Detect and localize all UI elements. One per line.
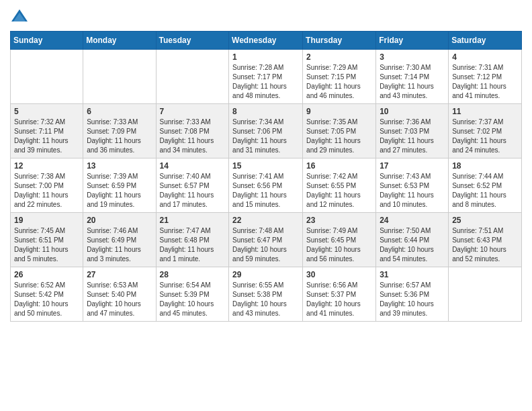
calendar-cell: 5Sunrise: 7:32 AM Sunset: 7:11 PM Daylig… [11, 104, 83, 158]
day-info: Sunrise: 7:34 AM Sunset: 7:06 PM Dayligh… [232, 118, 299, 155]
day-number: 15 [232, 161, 299, 171]
calendar-cell: 17Sunrise: 7:43 AM Sunset: 6:53 PM Dayli… [376, 158, 449, 213]
day-info: Sunrise: 7:47 AM Sunset: 6:48 PM Dayligh… [160, 226, 226, 264]
calendar-table: SundayMondayTuesdayWednesdayThursdayFrid… [10, 31, 522, 322]
calendar-cell: 6Sunrise: 7:33 AM Sunset: 7:09 PM Daylig… [83, 104, 156, 158]
day-info: Sunrise: 7:29 AM Sunset: 7:15 PM Dayligh… [306, 63, 372, 101]
weekday-header-sunday: Sunday [11, 32, 83, 50]
weekday-header-saturday: Saturday [449, 32, 522, 50]
day-info: Sunrise: 7:31 AM Sunset: 7:12 PM Dayligh… [452, 63, 518, 101]
day-number: 7 [160, 107, 226, 116]
calendar-week-row: 5Sunrise: 7:32 AM Sunset: 7:11 PM Daylig… [11, 104, 522, 158]
day-number: 4 [452, 52, 518, 62]
calendar-week-row: 19Sunrise: 7:45 AM Sunset: 6:51 PM Dayli… [11, 213, 522, 267]
day-number: 25 [452, 216, 518, 225]
calendar-cell [11, 50, 83, 104]
calendar-cell: 15Sunrise: 7:41 AM Sunset: 6:56 PM Dayli… [229, 158, 303, 213]
calendar-cell [449, 267, 522, 322]
calendar-week-row: 1Sunrise: 7:28 AM Sunset: 7:17 PM Daylig… [11, 50, 522, 104]
calendar-cell: 1Sunrise: 7:28 AM Sunset: 7:17 PM Daylig… [229, 50, 303, 104]
calendar-cell: 7Sunrise: 7:33 AM Sunset: 7:08 PM Daylig… [156, 104, 229, 158]
day-info: Sunrise: 7:35 AM Sunset: 7:05 PM Dayligh… [306, 118, 372, 155]
day-number: 17 [380, 161, 445, 171]
calendar-week-row: 12Sunrise: 7:38 AM Sunset: 7:00 PM Dayli… [11, 158, 522, 213]
weekday-header-wednesday: Wednesday [229, 32, 303, 50]
day-info: Sunrise: 7:28 AM Sunset: 7:17 PM Dayligh… [232, 63, 299, 101]
day-number: 3 [380, 52, 445, 62]
calendar-cell: 16Sunrise: 7:42 AM Sunset: 6:55 PM Dayli… [303, 158, 376, 213]
day-number: 19 [14, 216, 79, 225]
day-number: 8 [232, 107, 299, 116]
calendar-cell: 4Sunrise: 7:31 AM Sunset: 7:12 PM Daylig… [449, 50, 522, 104]
day-info: Sunrise: 6:52 AM Sunset: 5:42 PM Dayligh… [14, 281, 79, 318]
day-info: Sunrise: 7:44 AM Sunset: 6:52 PM Dayligh… [452, 172, 518, 210]
calendar-cell: 21Sunrise: 7:47 AM Sunset: 6:48 PM Dayli… [156, 213, 229, 267]
day-info: Sunrise: 7:33 AM Sunset: 7:09 PM Dayligh… [87, 118, 152, 155]
logo [10, 7, 32, 26]
calendar-cell: 31Sunrise: 6:57 AM Sunset: 5:36 PM Dayli… [376, 267, 449, 322]
day-info: Sunrise: 7:46 AM Sunset: 6:49 PM Dayligh… [87, 226, 152, 264]
weekday-header-friday: Friday [376, 32, 449, 50]
calendar-cell: 30Sunrise: 6:56 AM Sunset: 5:37 PM Dayli… [303, 267, 376, 322]
calendar-cell: 14Sunrise: 7:40 AM Sunset: 6:57 PM Dayli… [156, 158, 229, 213]
day-number: 27 [87, 270, 152, 279]
calendar-cell: 19Sunrise: 7:45 AM Sunset: 6:51 PM Dayli… [11, 213, 83, 267]
day-info: Sunrise: 7:41 AM Sunset: 6:56 PM Dayligh… [232, 172, 299, 210]
calendar-cell: 27Sunrise: 6:53 AM Sunset: 5:40 PM Dayli… [83, 267, 156, 322]
day-number: 26 [14, 270, 79, 279]
day-info: Sunrise: 7:38 AM Sunset: 7:00 PM Dayligh… [14, 172, 79, 210]
day-number: 24 [380, 216, 445, 225]
day-number: 20 [87, 216, 152, 225]
calendar-week-row: 26Sunrise: 6:52 AM Sunset: 5:42 PM Dayli… [11, 267, 522, 322]
day-number: 6 [87, 107, 152, 116]
day-info: Sunrise: 7:40 AM Sunset: 6:57 PM Dayligh… [160, 172, 226, 210]
calendar-cell: 24Sunrise: 7:50 AM Sunset: 6:44 PM Dayli… [376, 213, 449, 267]
day-info: Sunrise: 7:43 AM Sunset: 6:53 PM Dayligh… [380, 172, 445, 210]
day-number: 21 [160, 216, 226, 225]
calendar-cell: 28Sunrise: 6:54 AM Sunset: 5:39 PM Dayli… [156, 267, 229, 322]
day-info: Sunrise: 7:50 AM Sunset: 6:44 PM Dayligh… [380, 226, 445, 264]
day-info: Sunrise: 7:48 AM Sunset: 6:47 PM Dayligh… [232, 226, 299, 264]
day-number: 16 [306, 161, 372, 171]
calendar-cell: 25Sunrise: 7:51 AM Sunset: 6:43 PM Dayli… [449, 213, 522, 267]
day-info: Sunrise: 7:36 AM Sunset: 7:03 PM Dayligh… [380, 118, 445, 155]
day-number: 23 [306, 216, 372, 225]
calendar-cell: 12Sunrise: 7:38 AM Sunset: 7:00 PM Dayli… [11, 158, 83, 213]
day-info: Sunrise: 7:37 AM Sunset: 7:02 PM Dayligh… [452, 118, 518, 155]
day-info: Sunrise: 6:55 AM Sunset: 5:38 PM Dayligh… [232, 281, 299, 318]
day-number: 10 [380, 107, 445, 116]
day-info: Sunrise: 7:39 AM Sunset: 6:59 PM Dayligh… [87, 172, 152, 210]
day-number: 18 [452, 161, 518, 171]
day-number: 29 [232, 270, 299, 279]
calendar-cell: 2Sunrise: 7:29 AM Sunset: 7:15 PM Daylig… [303, 50, 376, 104]
page-header [10, 7, 522, 26]
logo-icon [10, 7, 29, 26]
day-number: 13 [87, 161, 152, 171]
day-number: 14 [160, 161, 226, 171]
calendar-cell: 13Sunrise: 7:39 AM Sunset: 6:59 PM Dayli… [83, 158, 156, 213]
day-info: Sunrise: 6:56 AM Sunset: 5:37 PM Dayligh… [306, 281, 372, 318]
calendar-cell: 20Sunrise: 7:46 AM Sunset: 6:49 PM Dayli… [83, 213, 156, 267]
calendar-cell [156, 50, 229, 104]
day-number: 5 [14, 107, 79, 116]
day-number: 9 [306, 107, 372, 116]
calendar-cell: 10Sunrise: 7:36 AM Sunset: 7:03 PM Dayli… [376, 104, 449, 158]
day-number: 1 [232, 52, 299, 62]
day-info: Sunrise: 7:45 AM Sunset: 6:51 PM Dayligh… [14, 226, 79, 264]
calendar-cell: 9Sunrise: 7:35 AM Sunset: 7:05 PM Daylig… [303, 104, 376, 158]
day-info: Sunrise: 7:30 AM Sunset: 7:14 PM Dayligh… [380, 63, 445, 101]
day-number: 28 [160, 270, 226, 279]
weekday-header-monday: Monday [83, 32, 156, 50]
day-number: 31 [380, 270, 445, 279]
calendar-cell [83, 50, 156, 104]
calendar-cell: 22Sunrise: 7:48 AM Sunset: 6:47 PM Dayli… [229, 213, 303, 267]
calendar-cell: 29Sunrise: 6:55 AM Sunset: 5:38 PM Dayli… [229, 267, 303, 322]
day-info: Sunrise: 6:54 AM Sunset: 5:39 PM Dayligh… [160, 281, 226, 318]
day-number: 11 [452, 107, 518, 116]
day-number: 22 [232, 216, 299, 225]
calendar-cell: 26Sunrise: 6:52 AM Sunset: 5:42 PM Dayli… [11, 267, 83, 322]
day-info: Sunrise: 7:42 AM Sunset: 6:55 PM Dayligh… [306, 172, 372, 210]
weekday-header-tuesday: Tuesday [156, 32, 229, 50]
calendar-cell: 23Sunrise: 7:49 AM Sunset: 6:45 PM Dayli… [303, 213, 376, 267]
day-info: Sunrise: 6:53 AM Sunset: 5:40 PM Dayligh… [87, 281, 152, 318]
